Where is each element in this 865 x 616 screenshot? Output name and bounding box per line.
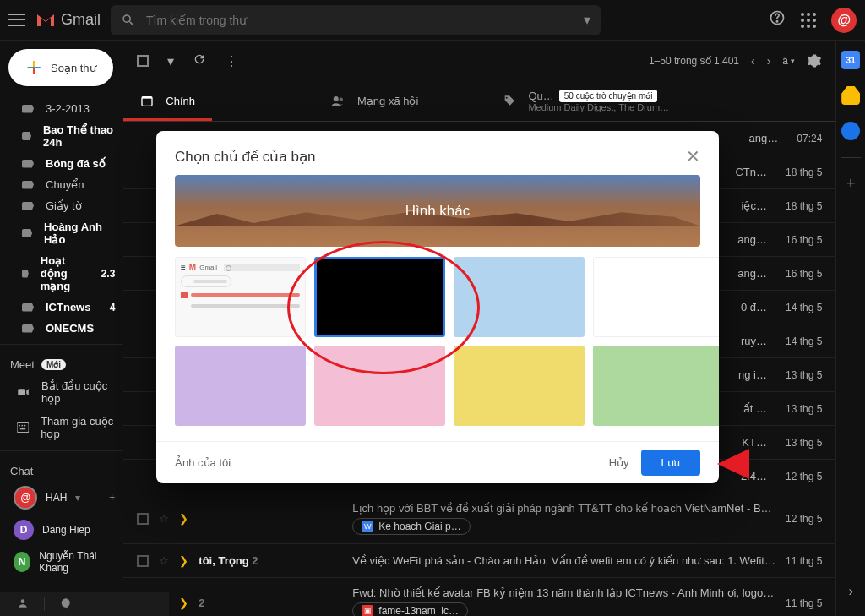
sidebar-label[interactable]: Giấy tờ [0, 195, 123, 216]
sidebar-label[interactable]: ICTnews4 [0, 297, 123, 318]
contacts-icon[interactable] [17, 597, 29, 612]
hamburger-menu-icon[interactable] [8, 12, 25, 29]
sidebar-label[interactable]: Hoàng Anh Hảo [0, 216, 123, 250]
theme-purple[interactable] [175, 346, 306, 426]
sidebar-label[interactable]: Chuyển [0, 174, 123, 195]
keep-icon[interactable] [841, 86, 860, 105]
account-avatar[interactable]: @ [831, 8, 857, 33]
theme-dark[interactable] [314, 257, 445, 337]
dialog-body: Hình khác ≡MGmail + [156, 175, 719, 441]
calendar-icon[interactable]: 31 [841, 51, 860, 69]
refresh-icon[interactable] [193, 52, 206, 69]
promo-count-badge: 50 cuộc trò chuyện mới [559, 90, 658, 102]
label-icon [22, 229, 32, 237]
label-icon [22, 303, 34, 312]
add-addon-icon[interactable]: + [846, 175, 856, 193]
save-button[interactable]: Lưu [641, 450, 700, 476]
google-apps-icon[interactable] [801, 13, 816, 28]
label-icon [22, 270, 29, 278]
svg-rect-3 [17, 422, 29, 432]
svg-rect-6 [24, 425, 26, 427]
sidebar-label[interactable]: Bóng đá số [0, 153, 123, 174]
theme-green[interactable] [593, 346, 719, 426]
attachment-chip[interactable]: WKe hoach Giai p… [352, 518, 470, 535]
chat-section-header: Chat [0, 456, 123, 481]
star-icon[interactable]: ☆ [159, 512, 169, 525]
meet-section-header: Meet Mới [0, 350, 123, 374]
tag-icon [503, 95, 516, 108]
tasks-icon[interactable] [841, 122, 860, 140]
tab-promotions[interactable]: Qu… 50 cuộc trò chuyện mới Medium Daily … [486, 81, 686, 121]
category-tabs: Chính Mạng xã hội Qu… 50 cuộc trò chuyện… [123, 81, 835, 122]
sidebar-label[interactable]: Hoạt động mạng2.3 [0, 250, 123, 297]
email-row[interactable]: ☆❯ 2Fwd: Nhờ thiết kế avatar FB kỷ niệm … [123, 578, 835, 616]
prev-page-icon[interactable]: ‹ [751, 54, 755, 68]
label-icon [22, 160, 34, 168]
theme-light-preview[interactable]: ≡MGmail + [175, 257, 306, 337]
new-badge: Mới [41, 359, 66, 370]
search-options-dropdown-icon[interactable]: ▾ [584, 12, 590, 28]
gmail-m-icon [35, 13, 56, 28]
annotation-arrow [717, 449, 749, 479]
help-icon[interactable] [769, 9, 786, 30]
side-panel: 31 + › [836, 41, 865, 616]
select-all-checkbox[interactable] [137, 55, 149, 67]
sidebar-label[interactable]: ONECMS [0, 318, 123, 339]
compose-button[interactable]: Soạn thư [8, 49, 113, 86]
tab-social[interactable]: Mạng xã hội [313, 81, 435, 121]
svg-point-10 [334, 96, 339, 101]
svg-rect-4 [19, 425, 20, 427]
chat-me[interactable]: @ HAH ▾ + [0, 481, 123, 515]
important-icon[interactable]: ❯ [179, 512, 188, 525]
header-actions: @ [769, 8, 857, 33]
gmail-logo[interactable]: Gmail [35, 11, 101, 29]
start-meeting[interactable]: Bắt đầu cuộc họp [0, 374, 123, 410]
tab-primary[interactable]: Chính [123, 81, 212, 121]
email-row[interactable]: ☆❯Lịch họp với BBT về đề xuất giải pháp … [123, 493, 835, 544]
collapse-panel-icon[interactable]: › [849, 584, 853, 599]
inbox-icon [140, 95, 154, 108]
search-input[interactable] [146, 14, 574, 27]
hangouts-icon[interactable] [60, 597, 72, 612]
video-icon [17, 386, 30, 398]
svg-point-12 [21, 599, 25, 603]
keyboard-icon [17, 422, 29, 433]
star-icon[interactable]: ☆ [159, 554, 169, 567]
more-icon[interactable]: ⋮ [225, 53, 238, 69]
theme-pink[interactable] [314, 346, 445, 426]
next-page-icon[interactable]: › [767, 54, 771, 68]
my-photos-link[interactable]: Ảnh của tôi [175, 456, 231, 469]
label-icon [22, 181, 34, 189]
chat-contact[interactable]: NNguyễn Thái Khang [0, 545, 123, 579]
search-icon [121, 13, 136, 28]
label-icon [22, 132, 31, 140]
email-row[interactable]: ☆❯tôi, Trọng 2Về việc WeFit phá sản - Ch… [123, 544, 835, 578]
cancel-button[interactable]: Hủy [609, 456, 629, 469]
select-dropdown-icon[interactable]: ▾ [167, 53, 174, 69]
svg-point-11 [340, 97, 344, 101]
search-bar[interactable]: ▾ [111, 5, 601, 35]
important-icon[interactable]: ❯ [179, 597, 188, 609]
label-icon [22, 324, 34, 333]
theme-white[interactable] [593, 257, 719, 337]
svg-rect-7 [20, 428, 25, 430]
sidebar-label[interactable]: 3-2-2013 [0, 98, 123, 119]
dialog-header: Chọn chủ đề của bạn ✕ [156, 131, 719, 175]
sidebar-bottom-bar [0, 592, 169, 616]
mail-toolbar: ▾ ⋮ 1–50 trong số 1.401 ‹ › â ▾ [123, 41, 835, 81]
label-icon [22, 105, 34, 113]
theme-yellow[interactable] [454, 346, 585, 426]
people-icon [330, 95, 345, 108]
row-checkbox[interactable] [137, 555, 149, 567]
dialog-close-icon[interactable]: ✕ [686, 146, 700, 166]
input-tools-icon[interactable]: â ▾ [782, 55, 795, 67]
more-images-theme[interactable]: Hình khác [175, 175, 700, 247]
row-checkbox[interactable] [137, 513, 149, 525]
theme-light-blue[interactable] [454, 257, 585, 337]
important-icon[interactable]: ❯ [179, 554, 188, 567]
chat-contact[interactable]: DDang Hiep [0, 515, 123, 545]
join-meeting[interactable]: Tham gia cuộc họp [0, 410, 123, 445]
attachment-chip[interactable]: ▣fame-13nam_ic… [352, 602, 468, 616]
settings-gear-icon[interactable] [807, 53, 822, 68]
sidebar-label[interactable]: Bao Thể thao 24h [0, 119, 123, 153]
